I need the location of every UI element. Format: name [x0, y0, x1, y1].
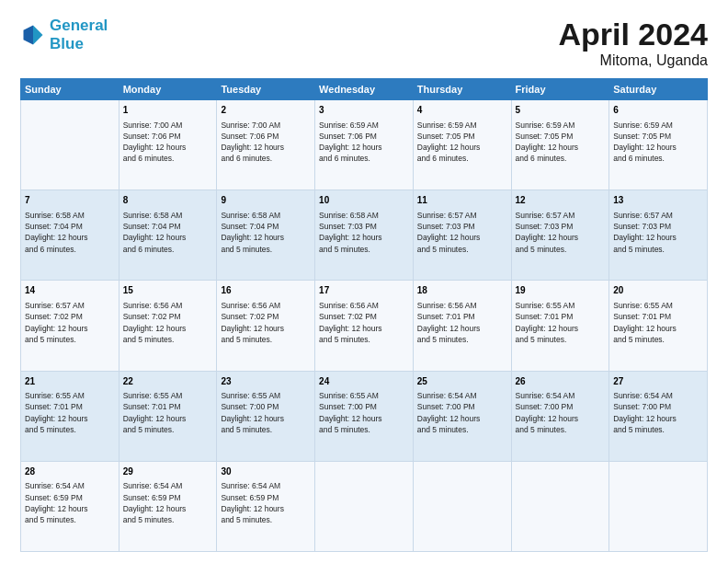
calendar-cell: 27Sunrise: 6:54 AMSunset: 7:00 PMDayligh…	[609, 371, 708, 461]
day-info: Sunrise: 6:57 AMSunset: 7:03 PMDaylight:…	[613, 210, 703, 255]
day-number: 14	[25, 284, 115, 298]
title-block: April 2024 Mitoma, Uganda	[558, 17, 708, 69]
calendar-cell: 3Sunrise: 6:59 AMSunset: 7:06 PMDaylight…	[315, 100, 414, 190]
calendar-cell	[609, 461, 708, 551]
week-row-1: 1Sunrise: 7:00 AMSunset: 7:06 PMDaylight…	[21, 100, 708, 190]
day-number: 29	[123, 465, 213, 479]
calendar-cell: 28Sunrise: 6:54 AMSunset: 6:59 PMDayligh…	[21, 461, 119, 551]
day-number: 6	[613, 104, 703, 118]
day-number: 15	[123, 284, 213, 298]
calendar-cell: 9Sunrise: 6:58 AMSunset: 7:04 PMDaylight…	[217, 190, 315, 281]
day-info: Sunrise: 6:55 AMSunset: 7:01 PMDaylight:…	[613, 300, 703, 345]
day-number: 3	[319, 104, 409, 118]
day-number: 20	[613, 284, 703, 298]
day-number: 1	[123, 104, 213, 118]
col-friday: Friday	[511, 79, 609, 100]
day-info: Sunrise: 6:55 AMSunset: 7:00 PMDaylight:…	[221, 390, 311, 435]
day-info: Sunrise: 6:58 AMSunset: 7:03 PMDaylight:…	[319, 210, 409, 255]
calendar-cell: 11Sunrise: 6:57 AMSunset: 7:03 PMDayligh…	[413, 190, 511, 281]
day-info: Sunrise: 6:56 AMSunset: 7:01 PMDaylight:…	[417, 300, 507, 345]
day-info: Sunrise: 6:59 AMSunset: 7:06 PMDaylight:…	[319, 120, 409, 165]
day-info: Sunrise: 6:56 AMSunset: 7:02 PMDaylight:…	[123, 300, 213, 345]
day-info: Sunrise: 6:54 AMSunset: 6:59 PMDaylight:…	[221, 480, 311, 525]
day-info: Sunrise: 6:59 AMSunset: 7:05 PMDaylight:…	[613, 120, 703, 165]
day-number: 2	[221, 104, 311, 118]
col-tuesday: Tuesday	[217, 79, 315, 100]
day-info: Sunrise: 6:54 AMSunset: 6:59 PMDaylight:…	[123, 480, 213, 525]
day-info: Sunrise: 6:59 AMSunset: 7:05 PMDaylight:…	[516, 120, 606, 165]
week-row-3: 14Sunrise: 6:57 AMSunset: 7:02 PMDayligh…	[21, 281, 708, 371]
col-thursday: Thursday	[413, 79, 511, 100]
calendar-cell: 8Sunrise: 6:58 AMSunset: 7:04 PMDaylight…	[119, 190, 217, 281]
calendar-cell: 6Sunrise: 6:59 AMSunset: 7:05 PMDaylight…	[609, 100, 708, 190]
day-number: 13	[613, 194, 703, 208]
day-info: Sunrise: 6:55 AMSunset: 7:00 PMDaylight:…	[319, 390, 409, 435]
logo: General Blue	[20, 17, 108, 52]
calendar-cell	[21, 100, 119, 190]
day-number: 9	[221, 194, 311, 208]
calendar-cell: 2Sunrise: 7:00 AMSunset: 7:06 PMDaylight…	[217, 100, 315, 190]
calendar-cell: 25Sunrise: 6:54 AMSunset: 7:00 PMDayligh…	[413, 371, 511, 461]
day-number: 28	[25, 465, 115, 479]
calendar-cell: 7Sunrise: 6:58 AMSunset: 7:04 PMDaylight…	[21, 190, 119, 281]
calendar-cell: 5Sunrise: 6:59 AMSunset: 7:05 PMDaylight…	[511, 100, 609, 190]
svg-marker-0	[33, 25, 43, 44]
logo-blue: Blue	[50, 35, 84, 52]
day-number: 7	[25, 194, 115, 208]
day-info: Sunrise: 7:00 AMSunset: 7:06 PMDaylight:…	[221, 120, 311, 165]
calendar-cell: 10Sunrise: 6:58 AMSunset: 7:03 PMDayligh…	[315, 190, 414, 281]
day-number: 12	[516, 194, 606, 208]
calendar-cell: 29Sunrise: 6:54 AMSunset: 6:59 PMDayligh…	[119, 461, 217, 551]
calendar-cell: 24Sunrise: 6:55 AMSunset: 7:00 PMDayligh…	[315, 371, 414, 461]
day-number: 21	[25, 375, 115, 389]
day-info: Sunrise: 6:59 AMSunset: 7:05 PMDaylight:…	[417, 120, 507, 165]
day-number: 26	[516, 375, 606, 389]
day-info: Sunrise: 6:57 AMSunset: 7:03 PMDaylight:…	[516, 210, 606, 255]
main-title: April 2024	[558, 17, 708, 52]
day-number: 22	[123, 375, 213, 389]
calendar-cell: 17Sunrise: 6:56 AMSunset: 7:02 PMDayligh…	[315, 281, 414, 371]
header: General Blue April 2024 Mitoma, Uganda	[20, 17, 708, 69]
calendar-cell: 1Sunrise: 7:00 AMSunset: 7:06 PMDaylight…	[119, 100, 217, 190]
day-info: Sunrise: 6:56 AMSunset: 7:02 PMDaylight:…	[319, 300, 409, 345]
day-number: 10	[319, 194, 409, 208]
calendar-cell	[315, 461, 414, 551]
logo-general: General	[50, 17, 108, 34]
calendar-table: Sunday Monday Tuesday Wednesday Thursday…	[20, 78, 708, 552]
calendar-cell: 18Sunrise: 6:56 AMSunset: 7:01 PMDayligh…	[413, 281, 511, 371]
day-number: 19	[516, 284, 606, 298]
day-number: 8	[123, 194, 213, 208]
day-info: Sunrise: 6:54 AMSunset: 7:00 PMDaylight:…	[613, 390, 703, 435]
day-info: Sunrise: 6:55 AMSunset: 7:01 PMDaylight:…	[516, 300, 606, 345]
calendar-cell: 13Sunrise: 6:57 AMSunset: 7:03 PMDayligh…	[609, 190, 708, 281]
day-info: Sunrise: 6:57 AMSunset: 7:03 PMDaylight:…	[417, 210, 507, 255]
day-info: Sunrise: 6:58 AMSunset: 7:04 PMDaylight:…	[123, 210, 213, 255]
calendar-cell: 26Sunrise: 6:54 AMSunset: 7:00 PMDayligh…	[511, 371, 609, 461]
day-info: Sunrise: 6:55 AMSunset: 7:01 PMDaylight:…	[123, 390, 213, 435]
calendar-cell: 21Sunrise: 6:55 AMSunset: 7:01 PMDayligh…	[21, 371, 119, 461]
calendar-cell: 30Sunrise: 6:54 AMSunset: 6:59 PMDayligh…	[217, 461, 315, 551]
calendar-cell: 4Sunrise: 6:59 AMSunset: 7:05 PMDaylight…	[413, 100, 511, 190]
calendar-cell: 12Sunrise: 6:57 AMSunset: 7:03 PMDayligh…	[511, 190, 609, 281]
day-number: 23	[221, 375, 311, 389]
day-info: Sunrise: 6:57 AMSunset: 7:02 PMDaylight:…	[25, 300, 115, 345]
day-info: Sunrise: 6:54 AMSunset: 7:00 PMDaylight:…	[516, 390, 606, 435]
calendar-cell: 14Sunrise: 6:57 AMSunset: 7:02 PMDayligh…	[21, 281, 119, 371]
day-number: 5	[516, 104, 606, 118]
calendar-cell: 23Sunrise: 6:55 AMSunset: 7:00 PMDayligh…	[217, 371, 315, 461]
day-info: Sunrise: 6:54 AMSunset: 7:00 PMDaylight:…	[417, 390, 507, 435]
col-wednesday: Wednesday	[315, 79, 414, 100]
day-number: 18	[417, 284, 507, 298]
calendar-cell	[413, 461, 511, 551]
day-number: 27	[613, 375, 703, 389]
week-row-4: 21Sunrise: 6:55 AMSunset: 7:01 PMDayligh…	[21, 371, 708, 461]
day-number: 16	[221, 284, 311, 298]
day-info: Sunrise: 6:58 AMSunset: 7:04 PMDaylight:…	[221, 210, 311, 255]
day-number: 4	[417, 104, 507, 118]
calendar-cell: 22Sunrise: 6:55 AMSunset: 7:01 PMDayligh…	[119, 371, 217, 461]
day-info: Sunrise: 6:56 AMSunset: 7:02 PMDaylight:…	[221, 300, 311, 345]
logo-text: General Blue	[50, 17, 108, 52]
day-number: 24	[319, 375, 409, 389]
day-info: Sunrise: 7:00 AMSunset: 7:06 PMDaylight:…	[123, 120, 213, 165]
week-row-2: 7Sunrise: 6:58 AMSunset: 7:04 PMDaylight…	[21, 190, 708, 281]
